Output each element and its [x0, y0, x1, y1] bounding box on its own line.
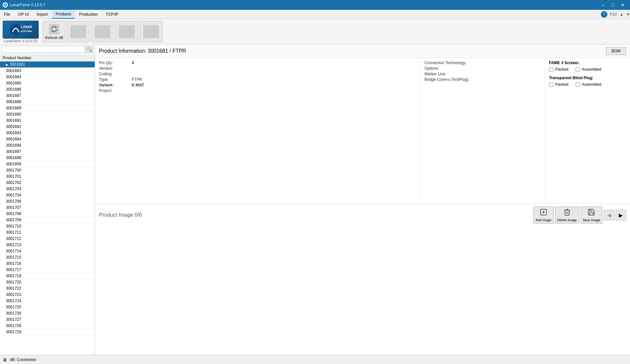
save-image-button[interactable]: Save Image	[581, 207, 602, 224]
type-label: Type:	[99, 77, 132, 82]
fame-packed-row: Packed Assembled	[549, 67, 626, 72]
product-item[interactable]: 3001723	[0, 292, 95, 298]
product-item[interactable]: 3001701	[0, 173, 95, 180]
prev-icon: ◀	[607, 212, 611, 218]
product-item[interactable]: 3001691	[0, 118, 95, 124]
product-item[interactable]: 3001696	[0, 142, 95, 149]
menu-products[interactable]: Products	[52, 10, 75, 19]
blind-assembled-checkbox[interactable]	[576, 82, 580, 87]
product-item[interactable]: 3001688	[0, 99, 95, 105]
product-item[interactable]: 3001692	[0, 124, 95, 130]
refresh-db-button[interactable]: Refresh dB	[43, 21, 66, 42]
type-row: Type: FTPR	[99, 77, 416, 82]
product-item[interactable]: 3001689	[0, 105, 95, 111]
product-item[interactable]: 3001690	[0, 111, 95, 118]
menu-tcp-ip[interactable]: TCP/IP	[102, 10, 123, 19]
toolbar-btn-3[interactable]	[91, 21, 114, 42]
product-item[interactable]: 3001727	[0, 317, 95, 323]
type-value: FTPR	[132, 77, 142, 82]
svg-text:LUNAR: LUNAR	[21, 25, 32, 29]
version-label: Version:	[99, 66, 132, 71]
toolbar-icon-5	[143, 25, 159, 38]
product-item[interactable]: 3001724	[0, 298, 95, 304]
search-button[interactable]: 🔍	[86, 46, 93, 53]
product-item[interactable]: 3001716	[0, 261, 95, 267]
toolbar-btn-4[interactable]	[115, 21, 138, 42]
product-item[interactable]: 3001715	[0, 254, 95, 261]
help-icon[interactable]: ?	[601, 11, 607, 18]
product-item[interactable]: 3001702	[0, 180, 95, 186]
delete-image-label: Delete Image	[557, 218, 577, 222]
scroll-down-icon[interactable]: ▼	[626, 12, 630, 17]
product-item[interactable]: 3001681	[0, 62, 95, 68]
product-item[interactable]: 3001726	[0, 310, 95, 317]
product-item[interactable]: 3001686	[0, 86, 95, 93]
product-item[interactable]: 3001713	[0, 242, 95, 248]
image-header: Product Image 0/0 Add Image	[99, 207, 626, 224]
product-item[interactable]: 3001717	[0, 267, 95, 273]
bom-button[interactable]: BOM	[606, 47, 626, 55]
toolbar-btn-5[interactable]	[140, 21, 163, 42]
svg-point-1	[10, 24, 22, 35]
variant-row: Variant: K-MAT	[99, 83, 416, 87]
product-item[interactable]: 3001706	[0, 198, 95, 205]
product-item[interactable]: 3001729	[0, 329, 95, 335]
product-item[interactable]: 3001697	[0, 149, 95, 155]
version-row: Version:	[99, 66, 416, 71]
coding-row: Coding:	[99, 72, 416, 76]
menu-op-ui[interactable]: OP UI	[14, 10, 32, 19]
toolbar: LUNAR SOFTWARE LunarFame: 0.12.0.7/D Ref…	[0, 19, 630, 45]
product-item[interactable]: 3001684	[0, 74, 95, 80]
product-item[interactable]: 3001703	[0, 186, 95, 192]
product-item[interactable]: 3001704	[0, 192, 95, 198]
product-item[interactable]: 3001728	[0, 323, 95, 329]
add-image-button[interactable]: Add Image	[533, 207, 554, 224]
blind-assembled-label: Assembled	[582, 82, 601, 87]
minimize-button[interactable]: –	[599, 2, 608, 8]
next-image-button[interactable]: ▶	[616, 210, 626, 220]
product-item[interactable]: 3001712	[0, 236, 95, 242]
product-item[interactable]: 3001722	[0, 285, 95, 292]
product-list[interactable]: 3001681300168330016843001685300168630016…	[0, 62, 95, 355]
fame-assembled-checkbox[interactable]	[576, 67, 580, 72]
menu-production[interactable]: Production	[75, 10, 102, 19]
product-item[interactable]: 3001708	[0, 211, 95, 217]
pin-qty-row: Pin Qty: 4	[99, 61, 416, 65]
close-button[interactable]: ✕	[618, 2, 627, 8]
blind-packed-checkbox[interactable]	[549, 82, 553, 87]
maximize-button[interactable]: □	[608, 2, 618, 8]
product-item[interactable]: 3001710	[0, 223, 95, 229]
product-item[interactable]: 3001694	[0, 136, 95, 142]
db-icon: 🖥	[3, 357, 7, 362]
product-item[interactable]: 3001687	[0, 93, 95, 99]
product-item[interactable]: 3001711	[0, 229, 95, 236]
prev-image-button[interactable]: ◀	[604, 210, 614, 220]
product-item[interactable]: 3001725	[0, 304, 95, 310]
toolbar-btn-2[interactable]	[67, 21, 90, 42]
fame-packed-checkbox[interactable]	[549, 67, 553, 72]
search-input[interactable]	[1, 46, 85, 53]
product-item[interactable]: 3001699	[0, 161, 95, 167]
product-item[interactable]: 3001720	[0, 279, 95, 285]
delete-image-button[interactable]: Delete Image	[555, 207, 579, 224]
pin-qty-value: 4	[132, 61, 134, 65]
product-item[interactable]: 3001719	[0, 273, 95, 279]
scroll-up-icon[interactable]: ▲	[620, 12, 623, 17]
left-details: Pin Qty: 4 Version: Coding: Type: FTPR V…	[95, 58, 420, 204]
product-item[interactable]: 3001685	[0, 80, 95, 86]
add-image-label: Add Image	[536, 218, 551, 222]
product-item[interactable]: 3001700	[0, 167, 95, 173]
product-item[interactable]: 3001709	[0, 217, 95, 223]
top-right-area: ? P20 ▲ ▼	[601, 11, 630, 18]
product-item[interactable]: 3001683	[0, 68, 95, 74]
product-item[interactable]: 3001707	[0, 205, 95, 211]
app-icon	[3, 2, 8, 8]
menu-import[interactable]: Import	[33, 10, 52, 19]
product-item[interactable]: 3001714	[0, 248, 95, 254]
image-title: Product Image 0/0	[99, 212, 142, 218]
refresh-icon	[49, 24, 59, 34]
product-item[interactable]: 3001693	[0, 130, 95, 136]
right-panel: Product Information: 3001681 / FTPR BOM …	[95, 45, 630, 355]
menu-file[interactable]: File	[0, 10, 14, 19]
product-item[interactable]: 3001698	[0, 155, 95, 161]
